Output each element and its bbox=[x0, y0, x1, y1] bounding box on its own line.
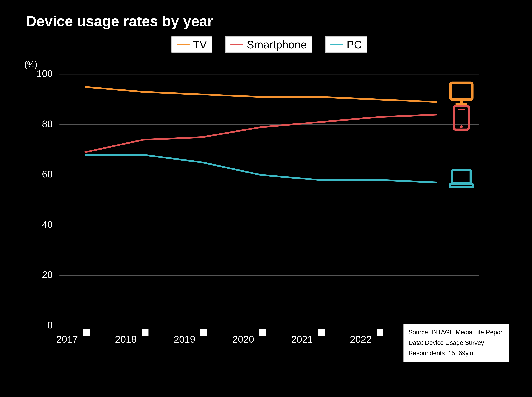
smartphone-icon bbox=[454, 106, 469, 130]
svg-rect-22 bbox=[318, 329, 324, 336]
svg-point-31 bbox=[460, 125, 463, 128]
source-line-2: Data: Device Usage Survey bbox=[408, 338, 504, 348]
source-box: Source: INTAGE Media Life Report Data: D… bbox=[403, 323, 509, 362]
svg-text:100: 100 bbox=[37, 68, 53, 79]
legend-item-tv: TV bbox=[171, 36, 212, 53]
svg-rect-18 bbox=[201, 329, 207, 336]
pc-icon bbox=[450, 170, 473, 187]
svg-text:2021: 2021 bbox=[291, 334, 313, 345]
svg-text:40: 40 bbox=[42, 219, 53, 230]
tv-line bbox=[85, 87, 437, 102]
legend-line-pc bbox=[330, 44, 343, 45]
svg-rect-14 bbox=[83, 329, 89, 336]
svg-text:2017: 2017 bbox=[56, 334, 78, 345]
legend-label-pc: PC bbox=[347, 38, 362, 51]
svg-text:80: 80 bbox=[42, 118, 53, 129]
chart-container: Device usage rates by year TV Smartphone… bbox=[0, 0, 532, 397]
legend: TV Smartphone PC bbox=[26, 36, 513, 53]
chart-title: Device usage rates by year bbox=[26, 13, 513, 30]
y-axis-label: (%) bbox=[24, 59, 38, 69]
svg-text:0: 0 bbox=[47, 320, 53, 330]
legend-item-smartphone: Smartphone bbox=[225, 36, 312, 53]
svg-rect-24 bbox=[377, 329, 383, 336]
legend-label-smartphone: Smartphone bbox=[247, 38, 307, 51]
legend-line-smartphone bbox=[230, 44, 243, 45]
source-line-1: Source: INTAGE Media Life Report bbox=[408, 327, 504, 338]
pc-line bbox=[85, 155, 437, 183]
svg-text:2018: 2018 bbox=[115, 334, 137, 345]
svg-text:2020: 2020 bbox=[233, 334, 254, 345]
svg-text:2019: 2019 bbox=[174, 334, 196, 345]
tv-icon bbox=[450, 83, 472, 105]
svg-rect-16 bbox=[142, 329, 148, 336]
smartphone-line bbox=[85, 115, 437, 152]
svg-rect-27 bbox=[450, 83, 472, 99]
svg-rect-33 bbox=[452, 170, 471, 183]
svg-rect-34 bbox=[450, 184, 473, 187]
svg-text:20: 20 bbox=[42, 269, 53, 280]
svg-text:2022: 2022 bbox=[350, 334, 372, 345]
legend-item-pc: PC bbox=[325, 36, 367, 53]
legend-label-tv: TV bbox=[193, 38, 207, 51]
legend-line-tv bbox=[177, 44, 190, 45]
svg-text:60: 60 bbox=[42, 169, 53, 180]
svg-rect-20 bbox=[259, 329, 266, 336]
source-line-3: Respondents: 15~69y.o. bbox=[408, 348, 504, 359]
chart-svg: 100 80 60 40 20 0 2017 2018 2019 2020 20 bbox=[26, 58, 513, 349]
